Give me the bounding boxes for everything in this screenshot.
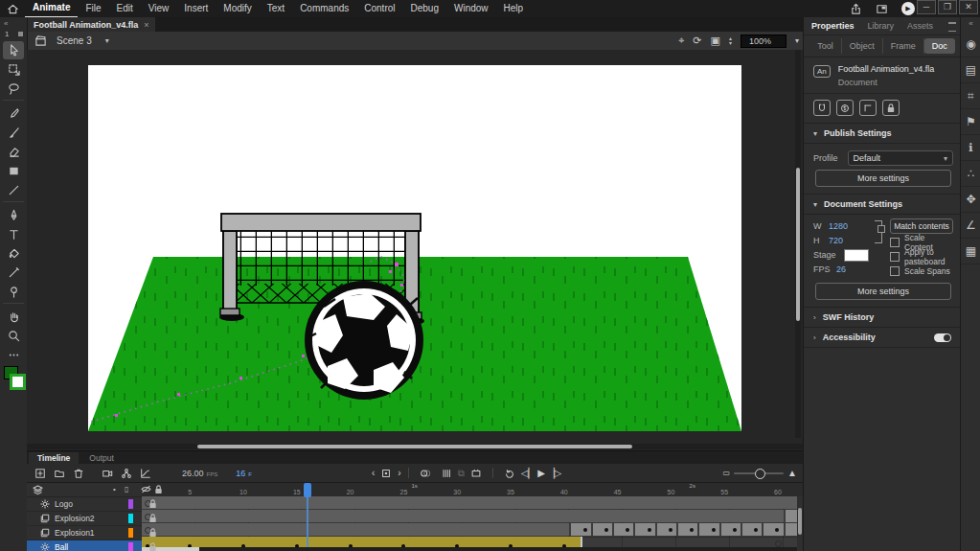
document-more-settings-button[interactable]: More settings	[815, 283, 951, 300]
panel-tab-assets[interactable]: Assets	[907, 21, 933, 31]
keyframe-cell[interactable]	[676, 523, 697, 536]
show-parenting-button[interactable]	[117, 466, 136, 481]
menu-window[interactable]: Window	[446, 0, 496, 17]
frame-size-large-icon[interactable]: ▲	[787, 468, 797, 478]
document-tab-close-icon[interactable]: ×	[144, 20, 148, 30]
outline-column-icon[interactable]: ▯	[125, 485, 128, 494]
keyframe-cell[interactable]	[741, 523, 762, 536]
menu-control[interactable]: Control	[356, 0, 402, 17]
width-value[interactable]: 1280	[829, 221, 848, 231]
menu-debug[interactable]: Debug	[403, 0, 446, 17]
snap-to-objects-button[interactable]	[813, 100, 831, 116]
frame-size-small-icon[interactable]: ▭	[723, 469, 731, 477]
paint-bucket-tool[interactable]	[3, 244, 24, 263]
hide-column-icon[interactable]	[141, 485, 151, 494]
menu-text[interactable]: Text	[260, 0, 292, 17]
layer-frames-explosion2[interactable]	[142, 510, 797, 524]
play-icon[interactable]: ▶	[537, 468, 545, 478]
insert-frame-button[interactable]	[31, 466, 50, 481]
modify-markers-button[interactable]	[467, 466, 486, 481]
layer-color-swatch[interactable]	[128, 542, 133, 551]
test-movie-icon[interactable]: ▶	[901, 2, 915, 15]
subtab-doc[interactable]: Doc	[924, 38, 955, 54]
subtab-frame[interactable]: Frame	[883, 38, 924, 54]
football[interactable]	[305, 281, 423, 400]
timeline-horizontal-scrollbar[interactable]	[142, 547, 797, 551]
keyboard-icon[interactable]: ▦	[961, 239, 980, 264]
adjust-icon[interactable]: ✥	[961, 187, 980, 213]
panel-tab-library[interactable]: Library	[868, 21, 895, 31]
snap-align-button[interactable]	[836, 100, 854, 116]
text-tool[interactable]	[3, 225, 24, 243]
scenes-icon[interactable]: ⚑	[961, 109, 980, 135]
stage-color-swatch[interactable]	[844, 249, 869, 262]
history-icon[interactable]: ∠	[961, 213, 980, 239]
zoom-level-input[interactable]: 100%	[741, 34, 786, 48]
insert-keyframe-button[interactable]	[376, 466, 396, 481]
loop-playback-button[interactable]	[500, 466, 519, 481]
eraser-tool[interactable]	[3, 143, 24, 161]
layer-color-swatch[interactable]	[128, 499, 133, 509]
frame-span[interactable]	[142, 496, 797, 509]
close-button[interactable]: ✕	[959, 0, 978, 14]
pasteboard[interactable]	[27, 50, 803, 451]
keyframe-dot[interactable]	[754, 528, 758, 532]
particles-icon[interactable]: ∴	[961, 161, 980, 187]
layer-color-swatch[interactable]	[128, 528, 133, 538]
link-dimensions-icon[interactable]	[875, 220, 882, 243]
subtab-object[interactable]: Object	[842, 38, 883, 54]
keyframe-cell[interactable]	[697, 523, 718, 536]
keyframe-dot[interactable]	[733, 528, 737, 532]
selection-tool[interactable]	[3, 41, 24, 59]
canvas-vertical-scrollbar[interactable]	[795, 50, 801, 438]
pen-tool[interactable]	[3, 206, 24, 224]
layer-row-ball[interactable]: Ball	[27, 540, 142, 551]
panel-tab-properties[interactable]: Properties	[811, 21, 855, 31]
canvas-horizontal-scrollbar[interactable]	[27, 444, 803, 449]
keyframe-dot[interactable]	[626, 528, 629, 532]
swf-history-header[interactable]: › SWF History	[804, 308, 961, 328]
show-all-column-icon[interactable]: •	[113, 485, 116, 494]
onion-skin-button[interactable]	[416, 466, 435, 481]
timeline-tab-timeline[interactable]: Timeline	[29, 452, 79, 464]
keyframe-cell[interactable]	[784, 523, 797, 536]
timeline-tab-output[interactable]: Output	[80, 452, 123, 464]
match-contents-button[interactable]: Match contents	[890, 218, 953, 234]
lock-column-icon[interactable]	[154, 485, 163, 494]
menu-file[interactable]: File	[78, 0, 108, 17]
keyframe-cell[interactable]	[633, 523, 654, 536]
accessibility-toggle[interactable]	[934, 333, 951, 342]
layer-row-explosion2[interactable]: Explosion2	[27, 512, 142, 526]
menu-modify[interactable]: Modify	[216, 0, 259, 17]
asset-warp-tool[interactable]	[3, 283, 24, 301]
zoom-tool[interactable]	[3, 327, 24, 345]
scale-content-checkbox[interactable]	[890, 238, 900, 247]
keyframe-cell[interactable]	[762, 523, 783, 536]
snap-to-grid-button[interactable]	[859, 100, 877, 116]
menu-edit[interactable]: Edit	[109, 0, 141, 17]
step-forward-icon[interactable]: ▕▷	[547, 468, 561, 478]
keyframe-cell[interactable]	[612, 523, 633, 536]
frames-panel-icon[interactable]: ▤	[961, 57, 980, 83]
timeline-vertical-scrollbar[interactable]	[797, 496, 803, 551]
scene-dropdown-icon[interactable]: ▾	[105, 36, 109, 45]
frame-span[interactable]	[142, 523, 581, 536]
cc-libraries-icon[interactable]: ◉	[961, 32, 980, 57]
edit-multiple-frames-icon[interactable]: ⧉	[458, 468, 465, 479]
panel-menu-icon[interactable]	[948, 22, 956, 32]
timeline-fps-value[interactable]: 26.00	[182, 469, 204, 478]
current-frame-value[interactable]: 16	[236, 469, 245, 478]
scale-spans-checkbox[interactable]	[890, 266, 900, 276]
keyframe-cell[interactable]	[569, 523, 590, 536]
keyframe-dot[interactable]	[583, 528, 587, 532]
apply-to-pasteboard-checkbox[interactable]	[890, 252, 900, 262]
menu-help[interactable]: Help	[496, 0, 532, 17]
layer-frames-explosion1[interactable]	[142, 523, 797, 538]
keyframe-dot[interactable]	[690, 528, 694, 532]
info-icon[interactable]: ℹ	[961, 135, 980, 161]
layer-lock-icon[interactable]	[148, 499, 157, 509]
canvas-vertical-scrollbar-thumb[interactable]	[796, 168, 800, 321]
publish-settings-header[interactable]: ▾ Publish Settings	[804, 124, 961, 144]
onion-skin-outlines-button[interactable]	[437, 466, 456, 481]
document-settings-header[interactable]: ▾ Document Settings	[804, 195, 961, 215]
